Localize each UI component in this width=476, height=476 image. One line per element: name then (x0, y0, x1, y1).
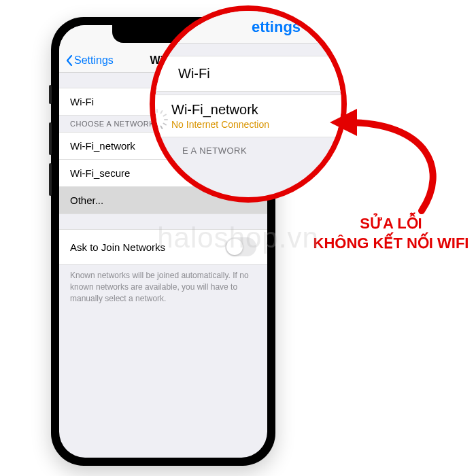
side-button (49, 85, 52, 104)
caption-line1: SỬA LỖI (306, 214, 476, 234)
lens-no-internet-status: No Internet Connection (171, 119, 269, 130)
ask-to-join-row[interactable]: Ask to Join Networks (59, 229, 267, 265)
other-label: Other... (70, 194, 103, 206)
lens-connected-network-row[interactable]: Wi-Fi_network No Internet Connection (150, 95, 347, 137)
caption-text: SỬA LỖI KHÔNG KẾT NỐI WIFI (306, 214, 476, 253)
footer-help-text: Known networks will be joined automatica… (59, 265, 267, 309)
back-label: Settings (74, 54, 114, 67)
lens-title: ettings (252, 18, 301, 36)
ask-toggle[interactable] (225, 237, 256, 256)
volume-down-button (49, 163, 52, 196)
back-button[interactable]: Settings (66, 54, 114, 67)
lens-network-name: Wi-Fi_network (171, 102, 258, 118)
loading-spinner-icon (150, 109, 165, 124)
lens-wifi-row[interactable]: Wi-Fi (150, 56, 347, 92)
magnifier-lens: ettings Wi-Fi Wi-Fi_network (150, 5, 347, 203)
wifi-toggle-label: Wi-Fi (70, 96, 94, 107)
lens-section-header: E A NETWORK (150, 137, 347, 158)
caption-line2: KHÔNG KẾT NỐI WIFI (306, 234, 476, 254)
lens-wifi-label: Wi-Fi (178, 66, 210, 82)
chevron-left-icon (66, 55, 73, 66)
network-name: Wi-Fi_secure (70, 167, 130, 179)
ask-label: Ask to Join Networks (70, 241, 165, 253)
network-name: Wi-Fi_network (70, 140, 135, 152)
volume-up-button (49, 122, 52, 155)
callout-arrow (326, 88, 462, 211)
